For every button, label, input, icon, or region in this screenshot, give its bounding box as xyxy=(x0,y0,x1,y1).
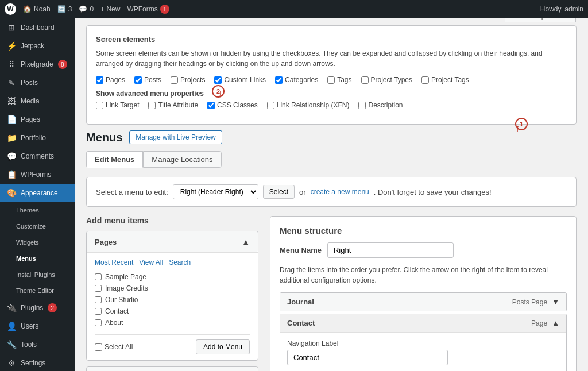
appearance-icon: 🎨 xyxy=(7,188,16,198)
sidebar-item-label: Posts xyxy=(21,79,38,87)
sidebar-item-widgets[interactable]: Widgets xyxy=(0,234,75,250)
site-name: Noah xyxy=(34,5,51,13)
checkbox-link-target[interactable]: Link Target xyxy=(96,101,139,109)
tab-edit-menus[interactable]: Edit Menus xyxy=(86,151,143,168)
checkbox-custom-links[interactable]: Custom Links xyxy=(214,76,266,84)
checkbox-description[interactable]: Description xyxy=(358,101,403,109)
sidebar-item-label: Pages xyxy=(21,115,40,123)
search-link[interactable]: Search xyxy=(169,258,191,266)
page-checkbox[interactable] xyxy=(95,273,102,280)
update-icon: 🔄 xyxy=(57,5,66,13)
view-all-link[interactable]: View All xyxy=(139,258,163,266)
journal-name: Journal xyxy=(287,297,314,306)
pages-accordion: Pages ▲ Most Recent View All Search Samp… xyxy=(86,231,258,361)
two-col-layout: Add menu items Pages ▲ Most Recent View … xyxy=(86,216,577,371)
add-menu-items-column: Add menu items Pages ▲ Most Recent View … xyxy=(86,216,258,371)
sidebar-item-label: Portfolio xyxy=(21,134,46,142)
contact-meta: Page ▲ xyxy=(531,319,559,327)
select-all-checkbox[interactable] xyxy=(95,343,102,351)
admin-menu: ⊞ Dashboard ⚡ Jetpack ⠿ Pixelgrade 8 ✎ P… xyxy=(0,18,75,371)
page-title: Menus xyxy=(86,131,122,144)
wp-logo-icon[interactable]: W xyxy=(5,3,16,15)
sidebar-item-label: Plugins xyxy=(21,304,43,312)
journal-meta: Posts Page ▼ xyxy=(512,297,559,306)
pages-accordion-header[interactable]: Pages ▲ xyxy=(87,231,258,252)
adminbar-comments[interactable]: 💬 0 xyxy=(79,5,94,13)
menu-select[interactable]: Right (Header Right) Primary Footer xyxy=(173,184,258,199)
sidebar-item-label: Theme Editor xyxy=(16,287,54,294)
wpforms-badge: 1 xyxy=(160,5,169,14)
comment-count: 0 xyxy=(90,5,94,13)
menu-item-contact: Contact Page ▲ Navigation Label xyxy=(280,314,567,371)
checkbox-posts[interactable]: Posts xyxy=(134,76,161,84)
sidebar-item-customize[interactable]: Customize xyxy=(0,218,75,234)
page-checkbox[interactable] xyxy=(95,319,102,326)
tab-manage-locations[interactable]: Manage Locations xyxy=(143,151,221,168)
checkbox-title-attribute[interactable]: Title Attribute xyxy=(148,101,198,109)
sidebar-item-media[interactable]: 🖼 Media xyxy=(0,92,75,110)
new-button[interactable]: + New xyxy=(100,5,120,13)
sidebar-item-appearance[interactable]: 🎨 Appearance xyxy=(0,184,75,202)
wpforms-label: WPForms xyxy=(127,5,157,13)
manage-live-preview-button[interactable]: Manage with Live Preview xyxy=(129,130,222,144)
most-recent-link[interactable]: Most Recent xyxy=(95,258,133,266)
screen-options-button[interactable]: Screen Options ▲ xyxy=(505,18,576,22)
checkbox-pages[interactable]: Pages xyxy=(96,76,125,84)
sidebar-item-wpforms[interactable]: 📋 WPForms xyxy=(0,165,75,184)
sidebar-item-pages[interactable]: 📄 Pages xyxy=(0,110,75,129)
pixelgrade-icon: ⠿ xyxy=(7,60,16,69)
sidebar-item-jetpack[interactable]: ⚡ Jetpack xyxy=(0,37,75,55)
sidebar-item-settings[interactable]: ⚙ Settings xyxy=(0,354,75,371)
page-header: Menus Manage with Live Preview 1 ↑ xyxy=(86,130,577,144)
select-menu-button[interactable]: Select xyxy=(263,185,295,199)
page-checkbox[interactable] xyxy=(95,308,102,315)
sidebar-item-comments[interactable]: 💬 Comments xyxy=(0,147,75,165)
page-checkbox[interactable] xyxy=(95,296,102,303)
sidebar-item-theme-editor[interactable]: Theme Editor xyxy=(0,283,75,299)
sidebar-item-pixelgrade[interactable]: ⠿ Pixelgrade 8 xyxy=(0,55,75,74)
posts-icon: ✎ xyxy=(7,78,16,87)
tabs-row: Edit Menus Manage Locations xyxy=(86,151,577,168)
settings-icon: ⚙ xyxy=(7,358,16,368)
sidebar-item-tools[interactable]: 🔧 Tools xyxy=(0,335,75,354)
contact-type: Page xyxy=(531,319,547,327)
screen-options-panel: Screen Options ▲ Screen elements Some sc… xyxy=(86,25,577,125)
select-all-label[interactable]: Select All xyxy=(95,343,133,351)
contact-header[interactable]: Contact Page ▲ xyxy=(280,314,566,332)
pages-icon: 📄 xyxy=(7,115,16,124)
sidebar-item-plugins[interactable]: 🔌 Plugins 2 xyxy=(0,299,75,317)
page-checkbox[interactable] xyxy=(95,285,102,292)
nav-label-input[interactable] xyxy=(287,350,448,365)
journal-header[interactable]: Journal Posts Page ▼ xyxy=(280,293,566,311)
sidebar-item-label: Customize xyxy=(16,223,46,230)
sidebar-item-users[interactable]: 👤 Users xyxy=(0,317,75,335)
checkbox-categories[interactable]: Categories xyxy=(275,76,318,84)
posts-accordion-header[interactable]: Posts ▼ xyxy=(87,367,258,371)
checkbox-project-types[interactable]: Project Types xyxy=(361,76,412,84)
sidebar-item-label: WPForms xyxy=(21,171,51,179)
sidebar-item-themes[interactable]: Themes xyxy=(0,202,75,218)
comment-icon: 💬 xyxy=(79,5,87,13)
sidebar-item-install-plugins[interactable]: Install Plugins xyxy=(0,266,75,283)
sidebar-item-label: Comments xyxy=(21,152,54,160)
tools-icon: 🔧 xyxy=(7,340,16,349)
checkbox-tags[interactable]: Tags xyxy=(327,76,351,84)
sidebar-item-dashboard[interactable]: ⊞ Dashboard xyxy=(0,18,75,37)
wpforms-admin[interactable]: WPForms 1 xyxy=(127,5,169,14)
sidebar-item-label: Media xyxy=(21,97,40,105)
checkbox-css-classes[interactable]: CSS Classes 2 ↑ xyxy=(207,101,258,109)
posts-accordion: Posts ▼ xyxy=(86,366,258,371)
checkbox-projects[interactable]: Projects xyxy=(171,76,205,84)
checkbox-link-relationship[interactable]: Link Relationship (XFN) xyxy=(267,101,350,109)
checkbox-project-tags[interactable]: Project Tags xyxy=(421,76,469,84)
sidebar-item-posts[interactable]: ✎ Posts xyxy=(0,74,75,92)
menu-name-input[interactable] xyxy=(327,242,454,258)
add-to-menu-button[interactable]: Add to Menu xyxy=(196,339,250,354)
pages-accordion-body: Most Recent View All Search Sample Page … xyxy=(87,252,258,360)
sidebar-item-portfolio[interactable]: 📁 Portfolio xyxy=(0,129,75,147)
create-new-menu-link[interactable]: create a new menu xyxy=(311,188,369,196)
sidebar-item-menus[interactable]: Menus xyxy=(0,250,75,266)
annotation-arrow-2: ↑ xyxy=(218,88,223,101)
adminbar-site[interactable]: 🏠 Noah xyxy=(23,5,51,13)
adminbar-updates[interactable]: 🔄 3 xyxy=(57,5,72,13)
